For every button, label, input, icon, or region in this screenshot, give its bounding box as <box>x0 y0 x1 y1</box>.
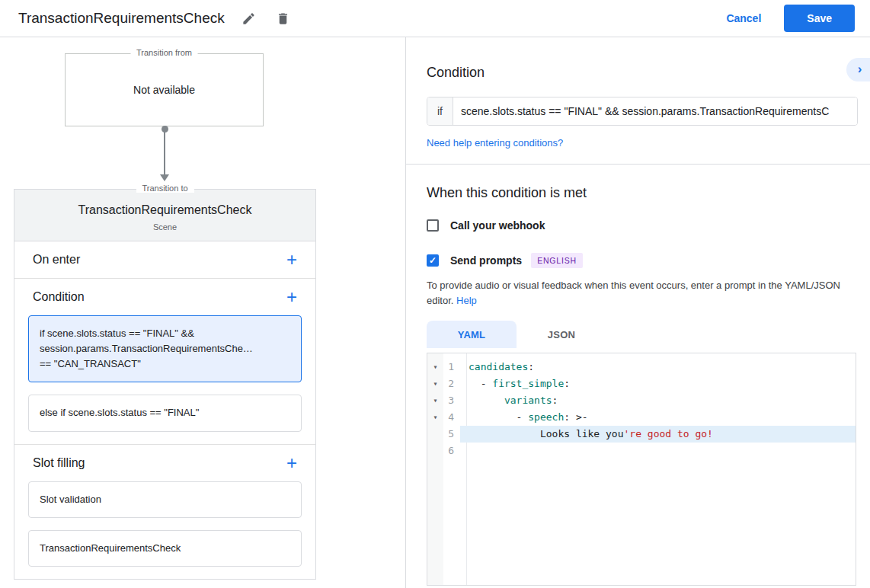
code-line[interactable]: candidates: <box>460 359 856 375</box>
webhook-label: Call your webhook <box>450 219 545 232</box>
condition-item[interactable]: if scene.slots.status == "FINAL" && sess… <box>28 315 302 382</box>
transition-arrow-head <box>160 174 169 181</box>
send-prompts-checkbox[interactable]: ✓ <box>427 254 439 267</box>
conditions-help-link[interactable]: Need help entering conditions? <box>427 137 563 149</box>
add-on-enter-button[interactable]: + <box>286 252 297 267</box>
check-icon: ✓ <box>429 255 437 266</box>
fold-arrow-icon[interactable]: ▾ <box>427 392 443 409</box>
send-prompts-label: Send prompts <box>450 254 522 267</box>
pencil-icon <box>241 11 256 26</box>
editor-line: ▾2 - first_simple: <box>427 375 856 392</box>
code-line[interactable] <box>460 443 856 459</box>
language-badge: ENGLISH <box>531 253 583 268</box>
condition-input-row: if <box>427 97 858 126</box>
webhook-row: Call your webhook <box>427 219 870 232</box>
collapse-panel-button[interactable]: › <box>846 58 870 81</box>
delete-button[interactable] <box>273 8 293 29</box>
scene-subtitle: Scene <box>24 222 306 232</box>
code-line[interactable]: variants: <box>460 392 856 409</box>
slot-item[interactable]: Slot validation <box>28 481 302 518</box>
code-line[interactable]: - first_simple: <box>460 375 856 392</box>
editor-line: 6 <box>427 443 856 459</box>
divider <box>406 164 870 165</box>
if-label: if <box>427 97 453 125</box>
webhook-checkbox[interactable] <box>427 219 439 232</box>
code-line[interactable]: Looks like you're good to go! <box>460 426 856 443</box>
main-content: Transition from Not available Transition… <box>0 37 870 588</box>
transition-from-content: Not available <box>133 84 195 96</box>
add-slot-button[interactable]: + <box>286 455 297 471</box>
page-title: TransactionRequirementsCheck <box>18 10 225 27</box>
fold-arrow-icon[interactable]: ▾ <box>427 375 443 392</box>
save-button[interactable]: Save <box>784 5 855 32</box>
condition-section-row[interactable]: Condition + <box>14 279 315 315</box>
editor-line: 5 Looks like you're good to go! <box>427 426 856 443</box>
condition-section-title: Condition <box>427 37 870 81</box>
code-line[interactable]: - speech: >- <box>460 409 856 426</box>
editor-tabs: YAMLJSON <box>427 321 870 348</box>
line-number: 5 <box>443 426 460 443</box>
scene-graph-panel: Transition from Not available Transition… <box>0 37 406 588</box>
fold-spacer <box>427 443 443 459</box>
line-number: 3 <box>443 392 460 409</box>
help-link[interactable]: Help <box>456 295 477 306</box>
tab-yaml[interactable]: YAML <box>427 321 517 348</box>
condition-input[interactable] <box>453 97 857 125</box>
editor-line: ▾1candidates: <box>427 359 856 375</box>
fold-arrow-icon[interactable]: ▾ <box>427 359 443 375</box>
transition-from-box: Transition from Not available <box>65 53 264 126</box>
topbar: TransactionRequirementsCheck Cancel Save <box>0 0 870 37</box>
transition-from-label: Transition from <box>130 48 198 57</box>
chevron-right-icon: › <box>858 62 862 77</box>
condition-items: if scene.slots.status == "FINAL" && sess… <box>14 315 315 432</box>
transition-to-card: Transition to TransactionRequirementsChe… <box>14 189 316 580</box>
on-enter-row[interactable]: On enter + <box>14 241 315 278</box>
description-text: To provide audio or visual feedback when… <box>427 280 840 306</box>
scene-title: TransactionRequirementsCheck <box>24 203 306 217</box>
cancel-button[interactable]: Cancel <box>714 6 773 30</box>
transition-arrow-line <box>164 129 165 175</box>
when-met-title: When this condition is met <box>427 185 870 201</box>
line-number: 6 <box>443 443 460 459</box>
prompt-description: To provide audio or visual feedback when… <box>427 278 862 308</box>
fold-arrow-icon[interactable]: ▾ <box>427 409 443 426</box>
code-editor[interactable]: ▾1candidates:▾2 - first_simple:▾3 varian… <box>427 353 856 586</box>
slot-filling-label: Slot filling <box>33 456 85 470</box>
editor-line: ▾4 - speech: >- <box>427 409 856 426</box>
line-number: 4 <box>443 409 460 426</box>
tab-json[interactable]: JSON <box>517 321 606 348</box>
scene-card-header: TransactionRequirementsCheck Scene <box>14 190 315 241</box>
condition-item[interactable]: else if scene.slots.status == "FINAL" <box>28 395 302 431</box>
slot-filling-row[interactable]: Slot filling + <box>14 445 315 481</box>
line-number: 1 <box>443 359 460 375</box>
condition-section-label: Condition <box>33 290 85 304</box>
slot-item[interactable]: TransactionRequirementsCheck <box>28 530 302 567</box>
editor-line: ▾3 variants: <box>427 392 856 409</box>
add-condition-button[interactable]: + <box>286 289 297 305</box>
transition-to-label: Transition to <box>136 184 194 193</box>
detail-panel: › Condition if Need help entering condit… <box>406 37 870 588</box>
trash-icon <box>276 11 290 26</box>
editor-lines: ▾1candidates:▾2 - first_simple:▾3 varian… <box>427 353 856 459</box>
on-enter-label: On enter <box>33 253 80 267</box>
send-prompts-row: ✓ Send prompts ENGLISH <box>427 253 870 268</box>
slot-items: Slot validationTransactionRequirementsCh… <box>14 481 315 567</box>
fold-spacer <box>427 426 443 443</box>
line-number: 2 <box>443 375 460 392</box>
edit-title-button[interactable] <box>238 8 259 29</box>
